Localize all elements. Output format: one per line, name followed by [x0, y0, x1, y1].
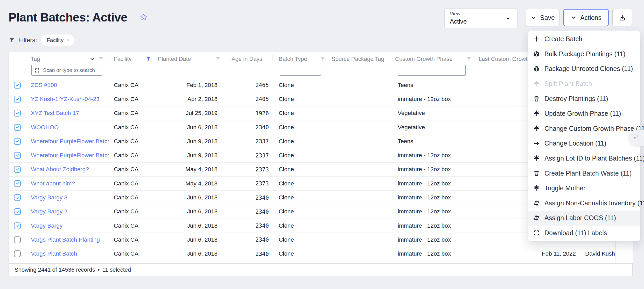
trash-icon [533, 170, 540, 177]
export-button[interactable] [612, 9, 632, 26]
tag-filter-funnel-icon[interactable] [98, 56, 104, 62]
menu-item-change-custom-growth-phase-11[interactable]: Change Custom Growth Phase (11) [528, 121, 640, 136]
download-icon [619, 14, 626, 21]
save-button[interactable]: Save [526, 9, 559, 26]
column-header-facility[interactable]: Facility [114, 56, 131, 62]
row-checkbox[interactable] [14, 194, 21, 201]
actions-button[interactable]: Actions [563, 9, 609, 26]
menu-item-create-batch[interactable]: Create Batch [528, 32, 640, 47]
batch-tag-link[interactable]: YZ Kush-1 YZ-Kush-04-23 [31, 96, 100, 102]
menu-item-toggle-mother[interactable]: Toggle Mother [528, 181, 640, 196]
menu-item-bulk-package-plantings-11[interactable]: Bulk Package Plantings (11) [528, 47, 640, 62]
batch-tag-link[interactable]: ZDS #100 [31, 82, 57, 88]
header-divider [108, 55, 108, 62]
row-checkbox[interactable] [14, 236, 21, 243]
menu-item-assign-non-cannabis-inventory-11[interactable]: Assign Non-Cannabis Inventory (11) [528, 196, 640, 211]
row-checkbox[interactable] [14, 222, 21, 229]
tag-search-input[interactable] [43, 67, 99, 74]
age-in-days-cell: 2405 [225, 96, 272, 102]
selected-count: 11 selected [102, 266, 131, 273]
row-checkbox[interactable] [14, 82, 21, 89]
batch-tag-link[interactable]: Wherefour PurpleFlower Batch 1 [31, 152, 109, 158]
scan-icon [34, 68, 40, 73]
facility-filter-funnel-icon[interactable] [145, 56, 151, 62]
arrow-right-icon [533, 140, 540, 147]
planted-date-cell: Jun 6, 2018 [153, 236, 225, 243]
planted-date-cell: Feb 1, 2018 [153, 82, 225, 89]
row-checkbox[interactable] [14, 166, 21, 173]
row-checkbox[interactable] [14, 96, 21, 103]
row-checkbox[interactable] [14, 208, 21, 215]
chevron-down-icon [571, 15, 577, 21]
batch-tag-link[interactable]: Vargy Bargy 2 [31, 208, 67, 215]
column-header-batch-type[interactable]: Batch Type [279, 56, 307, 62]
custom-growth-phase-filter-funnel-icon[interactable] [466, 56, 472, 62]
age-in-days-cell: 2373 [225, 180, 272, 187]
filter-chip-facility[interactable]: Facility × [41, 34, 75, 46]
custom-growth-phase-filter-input[interactable] [398, 65, 466, 76]
favorite-star-icon[interactable] [139, 13, 148, 21]
custom-growth-phase-cell: Vegetative [389, 110, 472, 117]
filters-bar: Filters: Facility × [9, 34, 75, 46]
menu-item-assign-labor-cogs-11[interactable]: Assign Labor COGS (11) [528, 211, 640, 226]
batch-type-cell: Clone [272, 166, 325, 173]
batch-tag-link[interactable]: Vargs Plant Batch Planting [31, 236, 100, 243]
last-custom-growth-phase-date-cell: Feb 11, 2022 [472, 250, 581, 257]
chevron-down-icon [530, 15, 537, 21]
batch-type-filter-input[interactable] [280, 65, 321, 76]
age-in-days-cell: 2340 [225, 236, 272, 243]
column-header-source-package-tag[interactable]: Source Package Tag [332, 56, 384, 62]
view-select[interactable]: View Active [444, 8, 517, 28]
planted-date-cell: Jun 6, 2018 [153, 124, 225, 131]
menu-item-update-growth-phase-11[interactable]: Update Growth Phase (11) [528, 106, 640, 121]
menu-item-create-plant-batch-waste-11[interactable]: Create Plant Batch Waste (11) [528, 166, 640, 181]
save-button-label: Save [540, 14, 555, 21]
planted-date-cell: Jun 6, 2018 [153, 208, 225, 215]
menu-item-assign-lot-id-to-plant-batches-11[interactable]: Assign Lot ID to Plant Batches (11) [528, 151, 640, 166]
batch-tag-link[interactable]: Vargy Bargy [31, 222, 62, 229]
menu-item-split-plant-batch: Split Plant Batch [528, 76, 640, 91]
ai-assistant-button[interactable] [628, 130, 644, 146]
plus-icon [533, 35, 540, 42]
batch-tag-link[interactable]: WOOHOO [31, 124, 59, 131]
batch-tag-link[interactable]: XYZ Test Batch 17 [31, 110, 79, 116]
batch-tag-link[interactable]: What About Zoidberg? [31, 166, 89, 172]
planted-date-cell: May 4, 2018 [153, 180, 225, 187]
batch-type-cell: Clone [272, 96, 325, 103]
batch-tag-link[interactable]: What about him? [31, 180, 75, 187]
remove-filter-icon[interactable]: × [67, 37, 70, 43]
menu-item-change-location-11[interactable]: Change Location (11) [528, 136, 640, 151]
row-checkbox[interactable] [14, 152, 21, 159]
package-icon [533, 65, 540, 72]
row-checkbox[interactable] [14, 124, 21, 131]
batch-tag-link[interactable]: Vargy Bargy 3 [31, 194, 67, 201]
row-checkbox[interactable] [14, 250, 21, 257]
footer-bullet: • [98, 266, 100, 273]
column-header-planted-date[interactable]: Planted Date [158, 56, 191, 62]
header-divider [389, 55, 389, 62]
batch-tag-link[interactable]: Wherefour PurpleFlower Batch 3 [31, 138, 109, 144]
sort-chevron-icon[interactable] [89, 56, 95, 62]
row-checkbox[interactable] [14, 110, 21, 117]
age-in-days-cell: 2340 [225, 208, 272, 215]
batch-tag-link[interactable]: Vargs Plant Batch [31, 250, 77, 257]
menu-item-destroy-plantings-11[interactable]: Destroy Plantings (11) [528, 91, 640, 106]
planted-date-filter-funnel-icon[interactable] [215, 56, 221, 62]
column-header-tag[interactable]: Tag [31, 56, 40, 62]
menu-item-download-11-labels[interactable]: Download (11) Labels [528, 226, 640, 241]
column-header-custom-growth-phase[interactable]: Custom Growth Phase [395, 56, 452, 62]
facility-cell: Canix CA [109, 96, 153, 103]
cannabis-leaf-icon [533, 80, 540, 87]
column-header-age-in-days[interactable]: Age in Days [232, 56, 262, 62]
swap-icon [533, 200, 540, 207]
planted-date-cell: Jun 6, 2018 [153, 222, 225, 229]
batch-type-cell: Clone [272, 152, 325, 159]
row-checkbox[interactable] [14, 138, 21, 145]
row-checkbox[interactable] [14, 180, 21, 187]
age-in-days-cell: 2340 [225, 124, 272, 131]
age-in-days-cell: 2337 [225, 152, 272, 159]
batch-type-filter-funnel-icon[interactable] [320, 56, 326, 62]
menu-item-package-unrooted-clones-11[interactable]: Package Unrooted Clones (11) [528, 61, 640, 76]
facility-cell: Canix CA [109, 82, 153, 89]
batch-type-cell: Clone [272, 194, 325, 201]
